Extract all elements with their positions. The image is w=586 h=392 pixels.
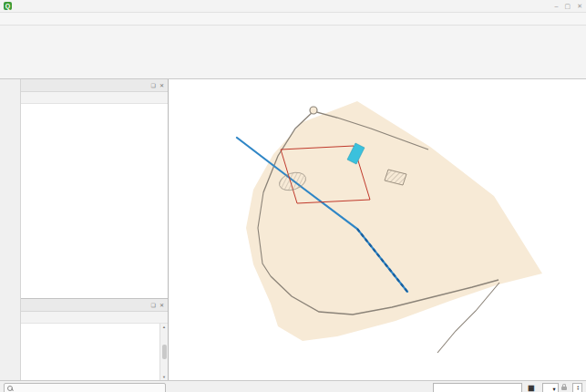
scrollbar-thumb[interactable] — [162, 345, 167, 359]
toolbar-row-4 — [2, 65, 584, 77]
scale-combobox[interactable]: ▾ — [542, 383, 558, 392]
browser-panel: ❏ ✕ ▲ ▼ — [21, 298, 168, 380]
manage-layers-toolbar — [0, 79, 21, 380]
qgis-window: Q – ▢ ✕ ❏ ✕ — [0, 0, 586, 392]
toolbar-row-1 — [2, 26, 584, 39]
status-bar: ▦ ▾ ▲▼ — [0, 380, 586, 392]
browser-tree — [21, 324, 159, 380]
scroll-up-arrow[interactable]: ▲ — [162, 325, 166, 329]
scroll-down-arrow[interactable]: ▼ — [162, 375, 166, 379]
layers-panel: ❏ ✕ — [21, 79, 168, 298]
panel-close-button[interactable]: ✕ — [159, 302, 164, 308]
toolbar-row-2 — [2, 39, 584, 52]
close-button[interactable]: ✕ — [577, 3, 582, 10]
browser-panel-toolbar — [21, 312, 168, 324]
locator-input[interactable] — [15, 385, 162, 392]
minimize-button[interactable]: – — [555, 3, 559, 10]
panel-close-button[interactable]: ✕ — [159, 82, 164, 88]
scale-lock-icon[interactable] — [561, 387, 567, 390]
tower-circle — [310, 107, 317, 114]
chevron-down-icon: ▾ — [552, 386, 555, 392]
menu-bar — [0, 13, 586, 26]
maximize-button[interactable]: ▢ — [565, 3, 571, 10]
spinner-arrows[interactable]: ▲▼ — [577, 386, 580, 392]
map-drawing — [169, 79, 586, 380]
toolbar-row-3 — [2, 52, 584, 65]
search-icon — [7, 386, 13, 391]
magnifier-input[interactable]: ▲▼ — [572, 383, 582, 392]
browser-scrollbar[interactable]: ▲ ▼ — [159, 324, 168, 380]
panel-float-button[interactable]: ❏ — [151, 302, 156, 308]
coordinate-input[interactable] — [433, 383, 522, 392]
title-bar: Q – ▢ ✕ — [0, 0, 586, 13]
map-canvas[interactable] — [169, 79, 586, 380]
layers-panel-toolbar — [21, 92, 168, 104]
qgis-logo-icon: Q — [4, 2, 12, 10]
layer-tree — [21, 104, 168, 298]
locator-box[interactable] — [4, 383, 166, 392]
extents-toggle-button[interactable]: ▦ — [526, 383, 537, 392]
panel-float-button[interactable]: ❏ — [151, 82, 156, 88]
toolbar-area — [0, 26, 586, 79]
